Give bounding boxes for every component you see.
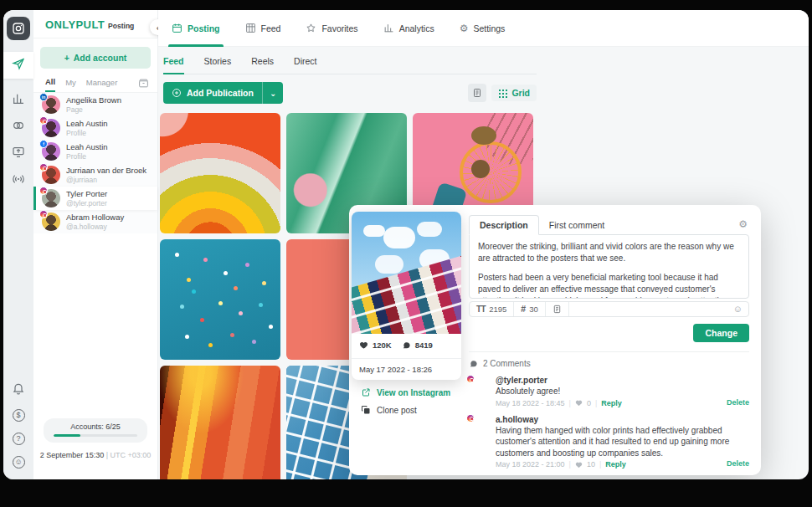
reply-link[interactable]: Reply (601, 399, 622, 407)
plus-icon: + (64, 53, 69, 63)
post-thumbnail-canyon[interactable] (160, 366, 280, 479)
avatar (42, 119, 60, 137)
avatar (42, 166, 60, 184)
view-on-instagram-link[interactable]: View on Instagram (361, 387, 450, 397)
usage-progress-bar (54, 434, 137, 438)
nav-settings[interactable]: ⚙ Settings (460, 10, 506, 47)
subtab-feed[interactable]: Feed (163, 56, 184, 74)
instagram-badge-icon (39, 187, 48, 195)
monitor-arrow-icon (12, 146, 25, 162)
post-editor: Description First comment ⚙ Moreover the… (469, 217, 749, 469)
char-count: TT2195 (470, 302, 514, 316)
description-textarea[interactable]: Moreover the striking, brilliant and viv… (469, 234, 749, 299)
linkedin-badge-icon: in (39, 93, 48, 101)
rail-item-analytics[interactable] (3, 87, 33, 114)
add-account-button[interactable]: + Add account (40, 47, 151, 69)
avatar (42, 213, 60, 231)
tab-description[interactable]: Description (469, 215, 539, 235)
reply-link[interactable]: Reply (605, 460, 626, 469)
comment-icon (402, 341, 411, 350)
post-thumbnail-confetti[interactable] (160, 239, 280, 360)
post-thumbnail-rainbow[interactable] (160, 113, 280, 233)
add-publication-button[interactable]: Add Publication ⌄ (163, 82, 283, 104)
star-icon (306, 23, 316, 33)
bell-icon (12, 382, 25, 398)
avatar (469, 417, 487, 435)
subtab-stories[interactable]: Stories (204, 56, 232, 74)
rail-item-monitoring[interactable] (3, 141, 33, 167)
top-navigation: Posting Feed Favorites Analytics ⚙ Setti… (158, 10, 809, 47)
post-stats: 120K 8419 (352, 334, 461, 358)
accounts-sidebar: ONLYPULT Posting ‹ + Add account All My … (33, 10, 158, 479)
tab-all[interactable]: All (45, 77, 55, 92)
account-row[interactable]: in Angelika BrownPage (33, 93, 157, 116)
emoji-icon[interactable]: ☺ (733, 304, 743, 314)
post-actions: View on Instagram Clone post (361, 387, 450, 415)
feed-subtabs: Feed Stories Reels Direct (163, 47, 537, 74)
rail-item-posting[interactable] (3, 52, 33, 79)
grid-dots-icon (498, 89, 507, 98)
rail-item-profile[interactable]: ☺ (3, 448, 33, 475)
document-icon (472, 88, 482, 98)
text-count-icon: TT (476, 305, 486, 314)
chevron-down-icon[interactable]: ⌄ (263, 89, 283, 98)
screenshot-stage: $ ? ☺ ONLYPULT Posting ‹ + Add account A… (0, 0, 812, 507)
nav-analytics[interactable]: Analytics (383, 10, 434, 47)
gear-icon: ⚙ (460, 23, 469, 33)
icon-rail: $ ? ☺ (3, 10, 33, 479)
rail-item-notifications[interactable] (3, 376, 33, 403)
subtab-reels[interactable]: Reels (251, 56, 274, 74)
feed-grid-icon (245, 23, 256, 33)
comment-item: @tyler.porter Absolutely agree! May 18 2… (469, 376, 749, 407)
plus-circle-icon (172, 88, 182, 98)
account-row-selected[interactable]: Tyler Porter@tyler.porter (33, 187, 157, 210)
dollar-icon: $ (13, 409, 25, 422)
linked-circles-icon (12, 119, 25, 136)
clone-icon (361, 405, 371, 415)
change-button[interactable]: Change (693, 324, 749, 342)
calendar-icon (172, 23, 182, 33)
avatar (469, 377, 487, 396)
account-row[interactable]: f Leah AustinProfile (33, 140, 157, 163)
external-link-icon (361, 387, 371, 397)
nav-posting[interactable]: Posting (172, 10, 220, 47)
heart-icon (575, 399, 583, 407)
current-datetime: 2 September 15:30 | UTC +03:00 (33, 451, 157, 459)
archive-icon[interactable] (138, 77, 149, 92)
user-icon: ☺ (13, 456, 25, 469)
rail-item-links[interactable] (3, 114, 33, 141)
caption-input[interactable]: ☺ (569, 302, 748, 316)
rail-item-broadcast[interactable] (3, 167, 33, 194)
account-row[interactable]: Leah AustinProfile (33, 116, 157, 140)
tab-first-comment[interactable]: First comment (539, 216, 615, 234)
heart-icon (359, 341, 368, 350)
grid-view-button[interactable]: Grid (491, 84, 537, 101)
delete-link[interactable]: Delete (727, 398, 749, 407)
paper-plane-icon (12, 57, 25, 74)
instagram-logo-icon (7, 17, 30, 40)
comment-icon (469, 359, 478, 368)
subtab-direct[interactable]: Direct (294, 56, 316, 74)
app-window: $ ? ☺ ONLYPULT Posting ‹ + Add account A… (3, 10, 809, 479)
comments-header: 2 Comments (469, 359, 749, 368)
comments-stat: 8419 (402, 341, 433, 350)
tab-my[interactable]: My (65, 78, 76, 91)
instagram-badge-icon (466, 414, 475, 422)
document-icon (552, 305, 562, 314)
post-image (352, 212, 461, 334)
avatar (42, 189, 60, 207)
nav-feed[interactable]: Feed (245, 10, 281, 47)
account-row[interactable]: Jurriaan van der Broek@jurriaan (33, 163, 157, 187)
editor-settings-gear-icon[interactable]: ⚙ (738, 218, 748, 230)
list-view-button[interactable] (468, 84, 486, 102)
bar-chart-icon (12, 92, 25, 109)
account-row[interactable]: Abram Holloway@a.holloway (33, 210, 157, 233)
comment-item: a.holloway Having them hanged with color… (469, 415, 749, 469)
template-button[interactable] (546, 302, 569, 316)
clone-post-link[interactable]: Clone post (361, 405, 450, 415)
delete-link[interactable]: Delete (727, 459, 749, 468)
brand-name: ONLYPULT (45, 18, 105, 31)
tab-manager[interactable]: Manager (86, 78, 118, 91)
nav-favorites[interactable]: Favorites (306, 10, 357, 47)
instagram-badge-icon (39, 116, 48, 125)
